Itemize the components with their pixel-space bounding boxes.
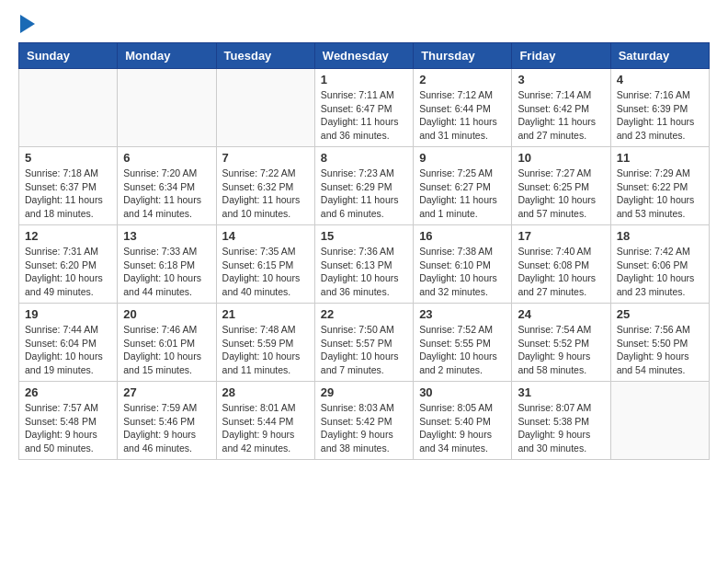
day-info: Sunrise: 8:07 AM Sunset: 5:38 PM Dayligh…: [518, 401, 604, 455]
day-info: Sunrise: 7:36 AM Sunset: 6:13 PM Dayligh…: [321, 245, 407, 299]
calendar-cell: [610, 382, 709, 460]
calendar-cell: 4Sunrise: 7:16 AM Sunset: 6:39 PM Daylig…: [610, 69, 709, 147]
calendar-cell: 2Sunrise: 7:12 AM Sunset: 6:44 PM Daylig…: [414, 69, 512, 147]
day-info: Sunrise: 7:42 AM Sunset: 6:06 PM Dayligh…: [617, 245, 703, 299]
day-header-sunday: Sunday: [19, 43, 118, 69]
day-number: 21: [222, 307, 309, 321]
calendar-week-row: 12Sunrise: 7:31 AM Sunset: 6:20 PM Dayli…: [19, 225, 710, 304]
calendar-cell: 27Sunrise: 7:59 AM Sunset: 5:46 PM Dayli…: [118, 382, 216, 460]
day-number: 30: [419, 385, 506, 399]
day-number: 28: [222, 385, 309, 399]
day-info: Sunrise: 8:01 AM Sunset: 5:44 PM Dayligh…: [222, 401, 309, 455]
calendar-cell: 20Sunrise: 7:46 AM Sunset: 6:01 PM Dayli…: [118, 304, 216, 382]
calendar-cell: 29Sunrise: 8:03 AM Sunset: 5:42 PM Dayli…: [314, 382, 413, 460]
calendar-cell: 12Sunrise: 7:31 AM Sunset: 6:20 PM Dayli…: [19, 225, 118, 304]
day-number: 11: [617, 151, 703, 165]
day-info: Sunrise: 7:14 AM Sunset: 6:42 PM Dayligh…: [518, 88, 604, 143]
day-number: 16: [419, 229, 506, 243]
day-info: Sunrise: 7:40 AM Sunset: 6:08 PM Dayligh…: [518, 245, 604, 299]
day-number: 6: [123, 151, 210, 165]
day-info: Sunrise: 7:18 AM Sunset: 6:37 PM Dayligh…: [25, 167, 111, 221]
calendar-cell: 10Sunrise: 7:27 AM Sunset: 6:25 PM Dayli…: [512, 147, 610, 225]
day-number: 20: [123, 307, 210, 321]
calendar-cell: 25Sunrise: 7:56 AM Sunset: 5:50 PM Dayli…: [610, 304, 709, 382]
page-header: [18, 18, 710, 33]
day-header-thursday: Thursday: [414, 43, 512, 69]
calendar-week-row: 26Sunrise: 7:57 AM Sunset: 5:48 PM Dayli…: [19, 382, 710, 460]
calendar-cell: 15Sunrise: 7:36 AM Sunset: 6:13 PM Dayli…: [314, 225, 413, 304]
day-number: 31: [518, 385, 604, 399]
day-info: Sunrise: 7:46 AM Sunset: 6:01 PM Dayligh…: [123, 323, 210, 377]
day-info: Sunrise: 7:12 AM Sunset: 6:44 PM Dayligh…: [419, 88, 506, 143]
day-header-wednesday: Wednesday: [314, 43, 413, 69]
calendar-cell: 28Sunrise: 8:01 AM Sunset: 5:44 PM Dayli…: [216, 382, 314, 460]
calendar-header-row: SundayMondayTuesdayWednesdayThursdayFrid…: [19, 43, 710, 69]
day-info: Sunrise: 7:48 AM Sunset: 5:59 PM Dayligh…: [222, 323, 309, 377]
calendar-cell: 14Sunrise: 7:35 AM Sunset: 6:15 PM Dayli…: [216, 225, 314, 304]
calendar-cell: 1Sunrise: 7:11 AM Sunset: 6:47 PM Daylig…: [314, 69, 413, 147]
calendar-cell: 11Sunrise: 7:29 AM Sunset: 6:22 PM Dayli…: [610, 147, 709, 225]
day-info: Sunrise: 7:38 AM Sunset: 6:10 PM Dayligh…: [419, 245, 506, 299]
calendar-week-row: 5Sunrise: 7:18 AM Sunset: 6:37 PM Daylig…: [19, 147, 710, 225]
calendar-cell: [118, 69, 216, 147]
day-number: 17: [518, 229, 604, 243]
day-info: Sunrise: 7:35 AM Sunset: 6:15 PM Dayligh…: [222, 245, 309, 299]
day-number: 19: [25, 307, 111, 321]
day-header-saturday: Saturday: [610, 43, 709, 69]
calendar-cell: 9Sunrise: 7:25 AM Sunset: 6:27 PM Daylig…: [414, 147, 512, 225]
day-number: 10: [518, 151, 604, 165]
day-number: 2: [419, 73, 506, 86]
day-info: Sunrise: 7:54 AM Sunset: 5:52 PM Dayligh…: [518, 323, 604, 377]
calendar-cell: 19Sunrise: 7:44 AM Sunset: 6:04 PM Dayli…: [19, 304, 118, 382]
day-number: 22: [321, 307, 407, 321]
day-number: 23: [419, 307, 506, 321]
day-number: 9: [419, 151, 506, 165]
calendar-cell: [216, 69, 314, 147]
day-header-tuesday: Tuesday: [216, 43, 314, 69]
day-info: Sunrise: 7:52 AM Sunset: 5:55 PM Dayligh…: [419, 323, 506, 377]
day-info: Sunrise: 7:11 AM Sunset: 6:47 PM Dayligh…: [321, 88, 407, 143]
day-info: Sunrise: 7:57 AM Sunset: 5:48 PM Dayligh…: [25, 401, 111, 455]
calendar-cell: 17Sunrise: 7:40 AM Sunset: 6:08 PM Dayli…: [512, 225, 610, 304]
day-info: Sunrise: 7:25 AM Sunset: 6:27 PM Dayligh…: [419, 167, 506, 221]
calendar-cell: 23Sunrise: 7:52 AM Sunset: 5:55 PM Dayli…: [414, 304, 512, 382]
calendar-cell: 5Sunrise: 7:18 AM Sunset: 6:37 PM Daylig…: [19, 147, 118, 225]
day-header-friday: Friday: [512, 43, 610, 69]
calendar-cell: 6Sunrise: 7:20 AM Sunset: 6:34 PM Daylig…: [118, 147, 216, 225]
calendar-cell: 3Sunrise: 7:14 AM Sunset: 6:42 PM Daylig…: [512, 69, 610, 147]
day-number: 29: [321, 385, 407, 399]
day-info: Sunrise: 7:44 AM Sunset: 6:04 PM Dayligh…: [25, 323, 111, 377]
day-info: Sunrise: 7:50 AM Sunset: 5:57 PM Dayligh…: [321, 323, 407, 377]
day-info: Sunrise: 7:31 AM Sunset: 6:20 PM Dayligh…: [25, 245, 111, 299]
calendar-cell: 13Sunrise: 7:33 AM Sunset: 6:18 PM Dayli…: [118, 225, 216, 304]
day-number: 3: [518, 73, 604, 86]
day-info: Sunrise: 8:05 AM Sunset: 5:40 PM Dayligh…: [419, 401, 506, 455]
day-number: 1: [321, 73, 407, 86]
calendar-cell: 21Sunrise: 7:48 AM Sunset: 5:59 PM Dayli…: [216, 304, 314, 382]
day-number: 15: [321, 229, 407, 243]
day-number: 12: [25, 229, 111, 243]
day-number: 26: [25, 385, 111, 399]
calendar-table: SundayMondayTuesdayWednesdayThursdayFrid…: [18, 42, 710, 460]
calendar-cell: 8Sunrise: 7:23 AM Sunset: 6:29 PM Daylig…: [314, 147, 413, 225]
day-number: 25: [617, 307, 703, 321]
day-number: 13: [123, 229, 210, 243]
day-info: Sunrise: 7:56 AM Sunset: 5:50 PM Dayligh…: [617, 323, 703, 377]
day-number: 4: [617, 73, 703, 86]
logo: [18, 18, 35, 33]
day-number: 14: [222, 229, 309, 243]
day-number: 27: [123, 385, 210, 399]
day-number: 8: [321, 151, 407, 165]
calendar-cell: 7Sunrise: 7:22 AM Sunset: 6:32 PM Daylig…: [216, 147, 314, 225]
day-number: 5: [25, 151, 111, 165]
day-info: Sunrise: 7:23 AM Sunset: 6:29 PM Dayligh…: [321, 167, 407, 221]
day-info: Sunrise: 7:16 AM Sunset: 6:39 PM Dayligh…: [617, 88, 703, 143]
day-info: Sunrise: 7:27 AM Sunset: 6:25 PM Dayligh…: [518, 167, 604, 221]
calendar-cell: 18Sunrise: 7:42 AM Sunset: 6:06 PM Dayli…: [610, 225, 709, 304]
calendar-week-row: 19Sunrise: 7:44 AM Sunset: 6:04 PM Dayli…: [19, 304, 710, 382]
day-info: Sunrise: 7:29 AM Sunset: 6:22 PM Dayligh…: [617, 167, 703, 221]
calendar-cell: 26Sunrise: 7:57 AM Sunset: 5:48 PM Dayli…: [19, 382, 118, 460]
day-info: Sunrise: 7:59 AM Sunset: 5:46 PM Dayligh…: [123, 401, 210, 455]
day-number: 7: [222, 151, 309, 165]
day-info: Sunrise: 8:03 AM Sunset: 5:42 PM Dayligh…: [321, 401, 407, 455]
